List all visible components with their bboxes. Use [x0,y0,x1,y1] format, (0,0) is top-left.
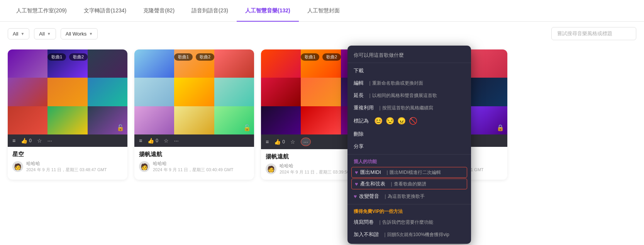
filter-row: All ▼ All ▼ All Works ▼ 嘗試搜尋音樂風格或標題 [0,22,644,46]
card-author-2: 哈哈哈 [153,160,233,167]
playlist-button-3[interactable]: ≡ [266,139,269,145]
playlist-button[interactable]: ≡ [12,138,15,144]
lock-icon-4: 🔒 [497,124,504,131]
more-button[interactable]: ··· [47,138,52,144]
tab-s2s[interactable]: 語音到語音(23) [183,0,237,22]
tab-clone[interactable]: 克隆聲音(82) [135,0,183,22]
context-menu: 你可以用這首歌做什麼 下載 編輯 ｜重新命名歌曲或更換封面 延長 ｜以相同的風格… [347,46,471,244]
song-tags-2: 歌曲1 歌曲2 [134,53,254,61]
song-tag-1a: 歌曲1 [47,53,66,61]
cards-area: 歌曲1 歌曲2 🔓 ≡ 👍 0 ☆ ··· 星空 🧑 哈哈哈 2024 年 9 … [0,46,644,184]
card-meta-2: 🧑 哈哈哈 2024 年 9 月 11 日，星期三 03:40:49 GMT [139,160,249,173]
ctx-export-midi[interactable]: 匯出MIDI ｜匯出MIDI檔進行二次編輯 [351,167,467,178]
card-footer-1: ≡ 👍 0 ☆ ··· [8,134,127,147]
emoji-angry[interactable]: 😠 [397,117,406,125]
card-author-1: 哈哈哈 [26,160,107,167]
like-button-3[interactable]: 👍 0 [274,139,285,145]
tab-tts[interactable]: 文字轉語音(1234) [75,0,135,22]
more-button-2[interactable]: ··· [174,138,179,144]
song-tag-2b: 歌曲2 [196,53,214,61]
ctx-delete[interactable]: 刪除 [347,128,471,140]
ctx-share[interactable]: 分享 [347,140,471,153]
like-button[interactable]: 👍 0 [21,138,32,144]
more-button-3-active[interactable]: ··· [301,138,311,146]
tab-ai-studio[interactable]: 人工智慧工作室(209) [8,0,75,22]
card-info-2: 揚帆遠航 🧑 哈哈哈 2024 年 9 月 11 日，星期三 03:40:49 … [134,147,254,177]
card-info-1: 星空 🧑 哈哈哈 2024 年 9 月 11 日，星期三 03:48:47 GM… [8,147,127,177]
lock-icon: 🔓 [117,124,124,131]
tab-ai-cover[interactable]: 人工智慧封面 [299,0,348,22]
ctx-discord[interactable]: 加入不和諧 ｜回饋5次就有100%機會獲得vip [347,228,471,241]
ctx-edit[interactable]: 編輯 ｜重新命名歌曲或更換封面 [347,77,471,89]
ctx-reuse[interactable]: 重複利用 ｜按照這首歌的風格繼續寫 [347,102,471,114]
card-footer-2: ≡ 👍 0 ☆ ··· [134,134,254,147]
bookmark-button-3[interactable]: ☆ [290,139,295,145]
filter-select-2[interactable]: All ▼ [34,28,56,39]
card-title-1: 星空 [12,151,123,158]
card-star: 歌曲1 歌曲2 🔓 ≡ 👍 0 ☆ ··· 星空 🧑 哈哈哈 2024 年 9 … [8,49,127,180]
pro-section-title: 箇人的功能 [347,156,471,166]
card-date-1: 2024 年 9 月 11 日，星期三 03:48:47 GMT [26,167,107,173]
card-title-2: 揚帆遠航 [139,151,249,158]
chevron-down-icon: ▼ [47,32,51,36]
avatar-3: 🧑 [266,163,276,174]
ctx-download[interactable]: 下載 [347,65,471,77]
nav-tabs: 人工智慧工作室(209) 文字轉語音(1234) 克隆聲音(82) 語音到語音(… [0,0,644,22]
avatar-2: 🧑 [139,161,150,172]
bookmark-button[interactable]: ☆ [37,138,42,144]
context-menu-header: 你可以用這首歌做什麼 [347,49,471,61]
ctx-change-voice[interactable]: 改變聲音 ｜為這首歌更換歌手 [347,190,471,202]
divider-1 [347,63,471,63]
card-image-2[interactable]: 歌曲1 歌曲2 🔓 [134,49,254,134]
emoji-happy[interactable]: 😊 [374,117,383,125]
bookmark-button-2[interactable]: ☆ [164,138,169,144]
tab-ai-music[interactable]: 人工智慧音樂(132) [237,0,299,22]
divider-2 [347,154,471,155]
filter-select-1[interactable]: All ▼ [8,28,29,39]
like-button-2[interactable]: 👍 0 [147,138,158,144]
avatar-1: 🧑 [12,161,23,172]
song-tag-3b: 歌曲2 [322,53,341,61]
ctx-chord-table[interactable]: 產生和弦表 ｜查看歌曲的樂譜 [351,179,467,189]
vip-section-title: 獲得免費VIP的一些方法 [347,206,471,216]
ctx-mark[interactable]: 標記為 😊 😒 😠 🚫 [347,114,471,128]
card-date-2: 2024 年 9 月 11 日，星期三 03:40:49 GMT [153,167,233,173]
divider-3 [347,204,471,204]
ctx-extend[interactable]: 延長 ｜以相同的風格和聲音擴展這首歌 [347,89,471,102]
playlist-button-2[interactable]: ≡ [139,138,142,144]
emoji-row: 😊 😒 😠 🚫 [374,117,417,125]
emoji-meh[interactable]: 😒 [386,117,394,125]
search-input[interactable]: 嘗試搜尋音樂風格或標題 [551,27,636,40]
song-tag-1b: 歌曲2 [69,53,88,61]
lock-icon-2: 🔓 [243,124,251,131]
chevron-down-icon: ▼ [20,32,24,36]
song-tag-3a: 歌曲1 [301,53,319,61]
song-tag-2a: 歌曲1 [174,53,193,61]
ctx-survey[interactable]: 填寫問卷 ｜告訴我們您需要什麼功能 [347,216,471,228]
emoji-ban[interactable]: 🚫 [409,117,417,125]
card-sailing-1: 歌曲1 歌曲2 🔓 ≡ 👍 0 ☆ ··· 揚帆遠航 🧑 哈哈哈 2024 年 … [134,49,254,180]
card-meta-1: 🧑 哈哈哈 2024 年 9 月 11 日，星期三 03:48:47 GMT [12,160,123,173]
chevron-down-icon: ▼ [89,32,93,36]
filter-select-3[interactable]: All Works ▼ [61,28,98,39]
card-image-1[interactable]: 歌曲1 歌曲2 🔓 [8,49,127,134]
song-tags-1: 歌曲1 歌曲2 [8,53,127,61]
